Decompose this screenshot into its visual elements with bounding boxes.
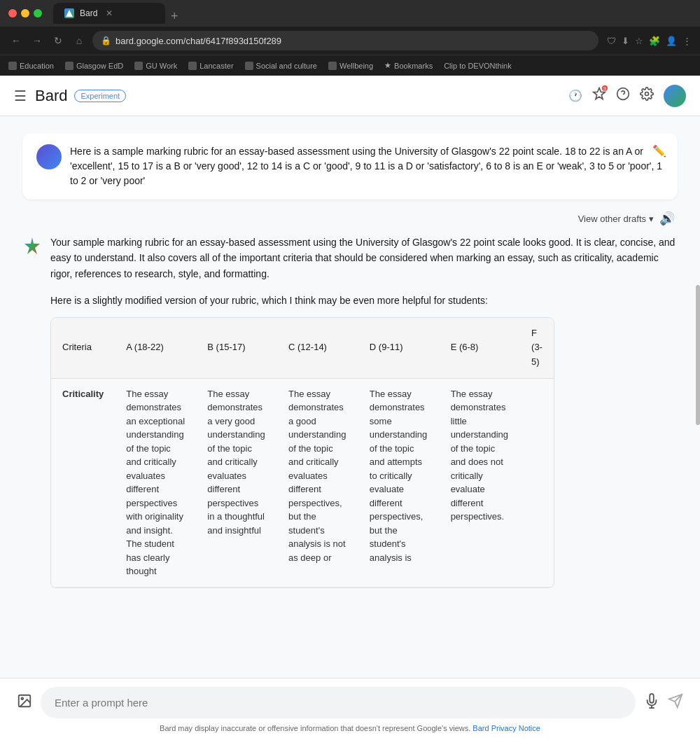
privacy-notice-link[interactable]: Bard Privacy Notice — [472, 724, 540, 732]
minimize-window-button[interactable] — [21, 9, 29, 18]
user-avatar[interactable] — [664, 85, 686, 107]
response-intro-text: Your sample marking rubric for an essay-… — [50, 235, 678, 281]
disclaimer-text: Bard may display inaccurate or offensive… — [160, 724, 470, 732]
table-header-row: Criteria A (18-22) B (15-17) C (12-14) D… — [51, 318, 554, 379]
bookmark-folder-icon — [328, 62, 337, 70]
view-drafts-button[interactable]: View other drafts ▾ — [578, 214, 654, 224]
traffic-lights — [8, 9, 42, 18]
shield-icon: 🛡 — [607, 36, 616, 46]
bard-logo: Bard — [35, 87, 67, 105]
col-header-a: A (18-22) — [115, 318, 196, 379]
user-message: Here is a sample marking rubric for an e… — [22, 133, 678, 200]
bookmark-folder-icon — [8, 62, 17, 70]
cell-d: The essay demonstrates some understandin… — [358, 378, 440, 587]
bard-header: ☰ Bard Experiment 🕐 9 — [0, 76, 700, 116]
microphone-button[interactable] — [644, 693, 659, 712]
bard-star-icon — [22, 236, 42, 256]
hamburger-menu-button[interactable]: ☰ — [14, 88, 27, 104]
tab-bar: Bard ✕ + — [53, 3, 692, 24]
input-row — [17, 687, 683, 718]
experiment-badge: Experiment — [74, 90, 126, 102]
bookmark-gu-work[interactable]: GU Work — [134, 62, 177, 70]
bookmark-folder-icon — [188, 62, 197, 70]
bookmark-folder-icon — [134, 62, 143, 70]
back-button[interactable]: ← — [8, 35, 24, 46]
download-icon: ⬇ — [622, 36, 629, 46]
rubric-table: Criteria A (18-22) B (15-17) C (12-14) D… — [51, 318, 554, 587]
bookmark-folder-icon — [65, 62, 74, 70]
svg-marker-0 — [66, 10, 73, 17]
col-header-b: B (15-17) — [196, 318, 277, 379]
rubric-table-container[interactable]: Criteria A (18-22) B (15-17) C (12-14) D… — [50, 317, 554, 588]
close-window-button[interactable] — [8, 9, 17, 18]
disclaimer: Bard may display inaccurate or offensive… — [17, 724, 683, 732]
response-subtitle-text: Here is a slightly modified version of y… — [50, 293, 678, 308]
col-header-f: F (3-5) — [520, 318, 554, 379]
address-bar[interactable]: 🔒 bard.google.com/chat/6417f893d150f289 — [92, 31, 598, 50]
bard-app: ☰ Bard Experiment 🕐 9 — [0, 76, 700, 738]
table-row: Criticality The essay demonstrates an ex… — [51, 378, 554, 587]
reload-button[interactable]: ↻ — [50, 35, 66, 46]
scroll-thumb[interactable] — [696, 285, 700, 425]
nav-bar: ← → ↻ ⌂ 🔒 bard.google.com/chat/6417f893d… — [0, 27, 700, 55]
bookmarks-bar: Education Glasgow EdD GU Work Lancaster … — [0, 55, 700, 76]
prompt-input[interactable] — [41, 687, 636, 718]
chat-area[interactable]: Here is a sample marking rubric for an e… — [0, 116, 700, 678]
bookmark-folder-icon — [245, 62, 253, 70]
cell-a: The essay demonstrates an exceptional un… — [115, 378, 196, 587]
tab-title: Bard — [80, 8, 97, 18]
bookmark-education[interactable]: Education — [8, 62, 54, 70]
send-button[interactable] — [668, 693, 683, 712]
cell-f — [520, 378, 554, 587]
bookmark-lancaster[interactable]: Lancaster — [188, 62, 233, 70]
settings-button[interactable] — [640, 87, 654, 104]
bookmark-social[interactable]: Social and culture — [245, 62, 317, 70]
bookmark-devonthink[interactable]: Clip to DEVONthink — [444, 62, 512, 70]
user-avatar-message — [36, 144, 62, 169]
cell-e: The essay demonstrates little understand… — [440, 378, 520, 587]
url-text: bard.google.com/chat/6417f893d150f289 — [115, 36, 281, 46]
profile-icon[interactable]: 👤 — [666, 36, 677, 46]
image-upload-button[interactable] — [17, 693, 32, 712]
col-header-c: C (12-14) — [277, 318, 358, 379]
title-bar: Bard ✕ + — [0, 0, 700, 27]
bard-response: View other drafts ▾ 🔊 — [22, 211, 678, 588]
active-tab[interactable]: Bard ✕ — [53, 3, 165, 24]
input-area: Bard may display inaccurate or offensive… — [0, 678, 700, 738]
home-button[interactable]: ⌂ — [71, 35, 87, 46]
col-header-e: E (6-8) — [440, 318, 520, 379]
response-header: View other drafts ▾ 🔊 — [22, 211, 678, 226]
col-header-criteria: Criteria — [51, 318, 115, 379]
tab-favicon-icon — [64, 8, 74, 18]
browser-frame: Bard ✕ + ← → ↻ ⌂ 🔒 bard.google.com/chat/… — [0, 0, 700, 738]
chevron-down-icon: ▾ — [649, 214, 654, 224]
history-button[interactable]: 🕐 — [568, 89, 582, 102]
tab-close-button[interactable]: ✕ — [106, 8, 113, 18]
bookmark-wellbeing[interactable]: Wellbeing — [328, 62, 373, 70]
menu-icon[interactable]: ⋮ — [682, 36, 692, 46]
lock-icon: 🔒 — [101, 36, 111, 46]
bard-message: Your sample marking rubric for an essay-… — [22, 235, 678, 588]
star-activity-button[interactable]: 9 — [592, 87, 606, 104]
svg-marker-5 — [24, 237, 40, 254]
svg-point-4 — [645, 92, 649, 96]
cell-c: The essay demonstrates a good understand… — [277, 378, 358, 587]
col-header-d: D (9-11) — [358, 318, 440, 379]
cell-b: The essay demonstrates a very good under… — [196, 378, 277, 587]
forward-button[interactable]: → — [29, 35, 45, 46]
view-drafts-label: View other drafts — [578, 214, 646, 224]
maximize-window-button[interactable] — [34, 9, 42, 18]
extensions-icon[interactable]: 🧩 — [649, 36, 660, 46]
svg-point-7 — [21, 697, 23, 699]
bookmark-star-icon[interactable]: ☆ — [635, 36, 643, 46]
bookmark-bookmarks[interactable]: ★ Bookmarks — [384, 61, 433, 70]
bookmark-glasgow-edd[interactable]: Glasgow EdD — [65, 62, 123, 70]
new-tab-button[interactable]: + — [171, 9, 178, 24]
header-actions: 🕐 9 — [568, 85, 686, 107]
notification-dot: 9 — [602, 85, 608, 91]
speaker-button[interactable]: 🔊 — [659, 211, 675, 226]
edit-message-button[interactable]: ✏️ — [652, 144, 666, 158]
scroll-indicator — [696, 116, 700, 678]
help-button[interactable] — [616, 87, 630, 104]
cell-criteria: Criticality — [51, 378, 115, 587]
